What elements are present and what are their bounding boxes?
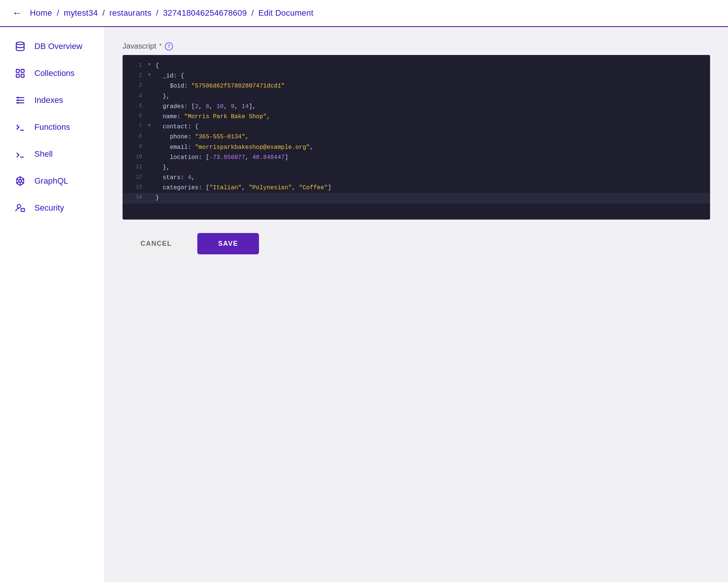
- svg-point-0: [16, 42, 24, 45]
- code-line-14: 14 }: [123, 193, 710, 203]
- code-line-9: 9 email: "morrisparkbakeshop@example.org…: [123, 143, 710, 153]
- main-layout: DB Overview Collections: [0, 27, 728, 582]
- code-line-10: 10 location: [-73.856077, 40.848447]: [123, 153, 710, 163]
- back-button[interactable]: ←: [12, 7, 22, 19]
- code-line-13: 13 categories: ["Italian", "Polynesian",…: [123, 183, 710, 193]
- breadcrumb-db[interactable]: mytest34: [64, 8, 98, 18]
- code-line-12: 12 stars: 4,: [123, 173, 710, 183]
- db-icon: [13, 41, 27, 52]
- sidebar-item-label: Shell: [34, 149, 53, 159]
- code-line-4: 4 },: [123, 92, 710, 102]
- sidebar-item-label: DB Overview: [34, 42, 82, 51]
- sidebar-item-db-overview[interactable]: DB Overview: [0, 33, 104, 60]
- button-row: CANCEL SAVE: [123, 233, 710, 254]
- svg-point-21: [17, 205, 21, 208]
- code-line-2: 2 ▼ _id: {: [123, 71, 710, 81]
- editor-label-row: Javascript * ?: [123, 42, 710, 50]
- svg-rect-4: [21, 74, 24, 77]
- sidebar-item-label: Indexes: [34, 95, 63, 105]
- code-line-3: 3 $oid: "57506d62f57802807471dcd1": [123, 81, 710, 91]
- sidebar-item-label: GraphQL: [34, 176, 68, 186]
- sidebar-item-collections[interactable]: Collections: [0, 60, 104, 87]
- sidebar-item-indexes[interactable]: Indexes: [0, 87, 104, 114]
- breadcrumb-collection[interactable]: restaurants: [109, 8, 151, 18]
- svg-point-10: [17, 102, 19, 104]
- functions-icon: [13, 122, 27, 132]
- graphql-icon: [13, 176, 27, 186]
- sidebar: DB Overview Collections: [0, 27, 105, 582]
- svg-rect-1: [16, 70, 19, 73]
- svg-point-8: [17, 97, 19, 99]
- code-line-11: 11 },: [123, 163, 710, 173]
- required-star: *: [159, 42, 162, 50]
- code-editor[interactable]: 1 ▼ { 2 ▼ _id: { 3 $oid: "57506d62f57802…: [123, 55, 710, 220]
- breadcrumb-home[interactable]: Home: [30, 8, 52, 18]
- indexes-icon: [13, 95, 27, 105]
- code-line-7: 7 ▼ contact: {: [123, 122, 710, 132]
- security-icon: [13, 203, 27, 213]
- sidebar-item-label: Collections: [34, 68, 75, 78]
- shell-icon: [13, 149, 27, 159]
- sidebar-item-graphql[interactable]: GraphQL: [0, 168, 104, 194]
- breadcrumb: Home / mytest34 / restaurants / 32741804…: [30, 8, 314, 18]
- topbar: ← Home / mytest34 / restaurants / 327418…: [0, 0, 728, 27]
- collections-icon: [13, 68, 27, 79]
- svg-point-9: [17, 99, 19, 101]
- save-button[interactable]: SAVE: [197, 233, 259, 254]
- main-content: Javascript * ? 1 ▼ { 2 ▼ _id: { 3 $oid: …: [105, 27, 728, 582]
- sidebar-item-label: Security: [34, 203, 64, 213]
- sidebar-item-label: Functions: [34, 122, 70, 132]
- code-line-6: 6 name: "Morris Park Bake Shop",: [123, 112, 710, 122]
- help-icon[interactable]: ?: [165, 42, 173, 50]
- code-line-8: 8 phone: "365-555-0134",: [123, 132, 710, 142]
- sidebar-item-shell[interactable]: Shell: [0, 141, 104, 168]
- cancel-button[interactable]: CANCEL: [123, 233, 190, 254]
- breadcrumb-page: Edit Document: [258, 8, 313, 18]
- svg-rect-3: [16, 74, 19, 77]
- sidebar-item-functions[interactable]: Functions: [0, 114, 104, 141]
- svg-rect-2: [21, 70, 24, 73]
- code-line-5: 5 grades: [2, 6, 10, 9, 14],: [123, 102, 710, 112]
- sidebar-item-security[interactable]: Security: [0, 194, 104, 221]
- breadcrumb-docid[interactable]: 327418046254678609: [163, 8, 247, 18]
- code-line-1: 1 ▼ {: [123, 61, 710, 71]
- editor-label: Javascript: [123, 42, 156, 50]
